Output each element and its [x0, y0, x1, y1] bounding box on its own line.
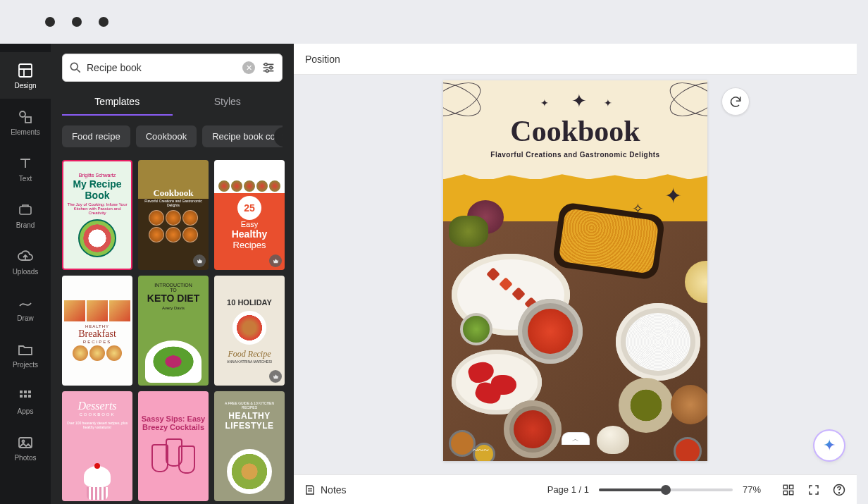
rail-draw[interactable]: Draw [0, 285, 51, 331]
template-author: Brigitte Schwartz [79, 173, 116, 178]
grid-view-icon [782, 484, 795, 496]
rail-label: Uploads [13, 268, 39, 276]
template-line: INTRODUCTION [154, 283, 192, 288]
template-title: Sassy Sips: Easy Breezy Cocktails [141, 414, 206, 431]
search-input[interactable] [82, 62, 242, 73]
rail-label: Text [19, 175, 32, 183]
panel-tabs: Templates Styles [62, 89, 283, 116]
folder-icon [17, 341, 34, 358]
traffic-dot[interactable] [99, 17, 108, 27]
template-line: RECIPES [83, 340, 111, 344]
template-card[interactable]: Brigitte Schwartz My Recipe Book The Joy… [62, 160, 132, 270]
zoom-value[interactable]: 77% [743, 484, 771, 495]
side-panel: ✕ Templates Styles Food recipe Cookbook … [51, 44, 294, 504]
template-title: 10 HOLIDAY [227, 298, 272, 307]
template-card[interactable]: 10 HOLIDAY Food Recipe ANNA KATRINA MARC… [214, 276, 285, 386]
template-card[interactable]: INTRODUCTION TO KETO DIET Avery Davis [138, 276, 209, 386]
clear-search-button[interactable]: ✕ [242, 61, 255, 74]
help-button[interactable] [831, 482, 847, 498]
svg-rect-18 [783, 491, 787, 494]
food-art [232, 311, 266, 345]
rail-uploads[interactable]: Uploads [0, 238, 51, 285]
sparkle-icon: ✦ [664, 183, 682, 208]
template-line: Easy [241, 220, 258, 228]
page-header-art: ✦ ✦ ✦ Cookbook Flavorful Creations and G… [443, 80, 707, 179]
rail-apps[interactable]: Apps [0, 378, 51, 424]
template-card[interactable]: Desserts COOKBOOK Over 100 heavenly dese… [62, 391, 132, 501]
refresh-icon [728, 94, 743, 109]
traffic-dot[interactable] [45, 17, 55, 27]
notes-button[interactable]: Notes [304, 484, 347, 496]
food-art [218, 180, 280, 192]
filter-chips: Food recipe Cookbook Recipe book cover › [62, 125, 283, 147]
cupcake-art [84, 466, 111, 498]
template-card[interactable]: HEALTHY Breakfast RECIPES [62, 276, 132, 386]
sparkle-icon: ✦ [604, 97, 612, 109]
template-author: Avery Davis [162, 306, 185, 310]
template-title: My Recipe Book [66, 179, 128, 201]
template-line: Healthy [232, 228, 268, 240]
food-art [64, 300, 130, 321]
template-number: 25 [237, 196, 261, 220]
fullscreen-button[interactable] [806, 482, 822, 498]
svg-rect-19 [790, 491, 793, 494]
canvas-subtitle[interactable]: Flavorful Creations and Gastronomic Deli… [490, 151, 659, 159]
template-overline: A FREE GUIDE & 10 KITCHEN RECIPES [217, 401, 282, 410]
template-card[interactable]: Cookbook Flavorful Creations and Gastron… [138, 160, 209, 270]
template-card[interactable]: A FREE GUIDE & 10 KITCHEN RECIPES HEALTH… [214, 391, 285, 501]
canvas-stage[interactable]: ✦ ✦ ✦ Cookbook Flavorful Creations and G… [294, 75, 857, 474]
svg-point-1 [20, 111, 25, 117]
svg-point-11 [23, 440, 25, 442]
rail-label: Design [14, 82, 36, 90]
template-author: ANNA KATRINA MARCHESI [227, 359, 272, 364]
svg-rect-4 [20, 391, 23, 393]
chip-food-recipe[interactable]: Food recipe [62, 125, 130, 147]
zoom-slider[interactable] [599, 488, 733, 491]
brand-icon [17, 202, 34, 219]
grid-icon [17, 388, 34, 405]
tab-templates[interactable]: Templates [62, 89, 173, 116]
rail-text[interactable]: Text [0, 145, 51, 192]
rail-label: Apps [18, 407, 34, 415]
assistant-fab[interactable]: ✦ [814, 431, 844, 460]
template-line: KETO DIET [147, 293, 199, 304]
rail-brand[interactable]: Brand [0, 192, 51, 238]
right-gutter [857, 44, 868, 504]
template-line: Recipes [233, 240, 266, 250]
svg-rect-7 [20, 395, 23, 398]
pages-expand-tab[interactable]: ︿ [562, 432, 590, 445]
signature-art: ~~~ [473, 445, 489, 457]
food-art [141, 210, 206, 242]
regenerate-button[interactable] [721, 87, 750, 116]
svg-point-13 [265, 63, 268, 66]
svg-rect-17 [790, 485, 793, 488]
template-card[interactable]: Sassy Sips: Easy Breezy Cocktails [138, 391, 209, 501]
cocktail-art [149, 436, 198, 478]
template-card[interactable]: 25 Easy Healthy Recipes [214, 160, 285, 270]
chip-recipe-book-cover[interactable]: Recipe book cover [202, 125, 283, 147]
traffic-dot[interactable] [72, 17, 82, 27]
cloud-upload-icon [17, 248, 34, 265]
rail-photos[interactable]: Photos [0, 424, 51, 471]
help-icon [832, 483, 846, 497]
template-title: HEALTHY LIFESTYLE [217, 411, 282, 431]
svg-rect-0 [19, 64, 32, 77]
premium-badge-icon [193, 254, 206, 267]
page-indicator[interactable]: Page 1 / 1 [547, 484, 589, 495]
position-button[interactable]: Position [305, 54, 340, 65]
grid-view-button[interactable] [781, 482, 796, 498]
rail-projects[interactable]: Projects [0, 331, 51, 378]
rail-label: Draw [17, 314, 33, 322]
image-icon [17, 434, 34, 451]
editor-topbar: Position [294, 44, 857, 75]
tab-styles[interactable]: Styles [173, 89, 283, 116]
template-line: TO [170, 288, 177, 293]
svg-point-21 [839, 492, 840, 493]
search-field[interactable]: ✕ [62, 54, 283, 82]
canvas-page[interactable]: ✦ ✦ ✦ Cookbook Flavorful Creations and G… [443, 80, 707, 461]
filter-icon[interactable] [261, 60, 276, 75]
rail-elements[interactable]: Elements [0, 99, 51, 145]
canvas-title[interactable]: Cookbook [510, 114, 640, 148]
chip-cookbook[interactable]: Cookbook [136, 125, 197, 147]
rail-design[interactable]: Design [0, 52, 51, 99]
